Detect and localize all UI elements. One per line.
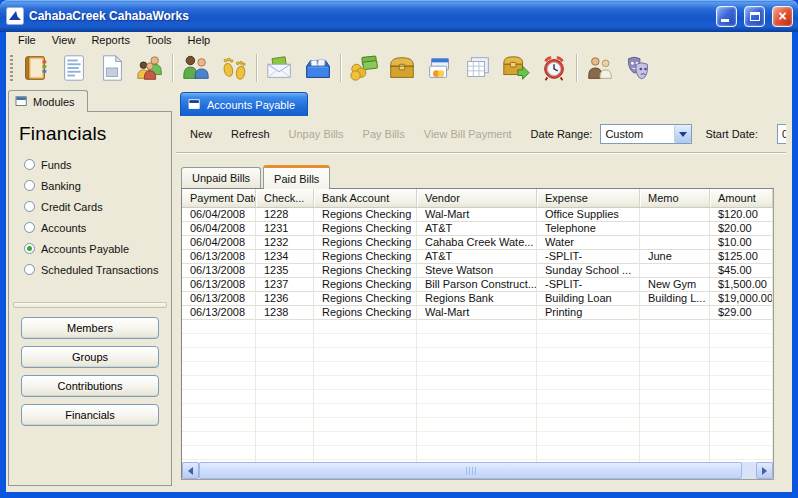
tab-accounts-payable[interactable]: Accounts Payable [180,92,308,116]
nav-button-members[interactable]: Members [21,317,159,339]
cell: $19,000.00 [710,292,773,306]
column-header-payment-date[interactable]: Payment Date [182,189,256,207]
account-chest-button[interactable] [383,50,421,86]
filler-cell [537,320,640,462]
cell: Office Supplies [537,208,640,222]
menu-help[interactable]: Help [180,33,219,47]
cell: 06/04/2008 [182,236,256,250]
table-row[interactable]: 06/04/20081228Regions CheckingWal-MartOf… [182,208,773,222]
cell: Sunday School ... [537,264,640,278]
filler-cell [182,320,256,462]
menu-tools[interactable]: Tools [138,33,180,47]
close-icon: × [773,7,792,26]
table-row[interactable]: 06/13/20081238Regions CheckingWal-MartPr… [182,306,773,320]
nav-button-groups[interactable]: Groups [21,346,159,368]
cell: Telephone [537,222,640,236]
contribution-envelope-button[interactable] [261,50,299,86]
cell [640,264,710,278]
table-header: Payment DateCheck...Bank AccountVendorEx… [182,189,773,208]
start-date-input[interactable]: 01/01/0 [777,124,786,144]
column-header-vendor[interactable]: Vendor [417,189,537,207]
cell: $125.00 [710,250,773,264]
module-option-funds[interactable]: Funds [24,154,171,175]
cell: Regions Checking [314,222,417,236]
family-icon [181,53,211,83]
module-option-credit-cards[interactable]: Credit Cards [24,196,171,217]
maximize-button[interactable] [744,6,765,27]
cell: Building L... [640,292,710,306]
contribution-box-button[interactable] [299,50,337,86]
cell: Building Loan [537,292,640,306]
column-header-bank-account[interactable]: Bank Account [314,189,417,207]
reminder-clock-button[interactable] [535,50,573,86]
cell: Steve Watson [417,264,537,278]
member-report-button[interactable] [55,50,93,86]
toolbar-grip[interactable] [10,55,13,81]
window-title: CahabaCreek CahabaWorks [29,9,709,23]
filler-cell [256,320,314,462]
cell: 1228 [256,208,314,222]
table-empty-area [182,320,773,462]
menu-reports[interactable]: Reports [83,33,138,47]
horizontal-scrollbar[interactable] [182,462,773,479]
column-header-check[interactable]: Check... [256,189,314,207]
table-row[interactable]: 06/13/20081234Regions CheckingAT&T-SPLIT… [182,250,773,264]
address-book-icon [21,53,51,83]
cell: AT&T [417,250,537,264]
cell: $20.00 [710,222,773,236]
sidebar-splitter[interactable] [13,302,167,308]
tab-modules[interactable]: Modules [8,90,88,112]
module-option-banking[interactable]: Banking [24,175,171,196]
scroll-right-button[interactable] [756,462,773,479]
cell: -SPLIT- [537,278,640,292]
family-button[interactable] [177,50,215,86]
new-member-button[interactable] [93,50,131,86]
app-window: CahabaCreek CahabaWorks × FileViewReport… [0,0,798,498]
module-option-scheduled-transactions[interactable]: Scheduled Transactions [24,259,171,280]
column-header-memo[interactable]: Memo [640,189,710,207]
table-row[interactable]: 06/04/20081231Regions CheckingAT&TTeleph… [182,222,773,236]
accounts-payable-chest-button[interactable] [497,50,535,86]
table-row[interactable]: 06/13/20081235Regions CheckingSteve Wats… [182,264,773,278]
cell: $1,500.00 [710,278,773,292]
table-row[interactable]: 06/04/20081232Regions CheckingCahaba Cre… [182,236,773,250]
cell [640,208,710,222]
column-header-amount[interactable]: Amount [710,189,773,207]
table-row[interactable]: 06/13/20081236Regions CheckingRegions Ba… [182,292,773,306]
minimize-button[interactable] [716,6,737,27]
module-option-accounts-payable[interactable]: Accounts Payable [24,238,171,259]
bills-tab-bar: Unpaid BillsPaid Bills [176,154,786,188]
section-title: Financials [9,112,171,154]
cell: 06/13/2008 [182,306,256,320]
tab-paid-bills[interactable]: Paid Bills [263,165,330,189]
people-pair-button[interactable] [581,50,619,86]
date-range-value: Custom [601,128,674,140]
ministry-masks-button[interactable] [619,50,657,86]
modules-panel: Financials FundsBankingCredit CardsAccou… [8,111,172,486]
action-new[interactable]: New [190,128,212,140]
menu-file[interactable]: File [10,33,44,47]
address-book-button[interactable] [17,50,55,86]
nav-button-contributions[interactable]: Contributions [21,375,159,397]
members-button[interactable] [131,50,169,86]
scrollbar-thumb[interactable] [199,462,742,479]
menu-view[interactable]: View [44,33,84,47]
cell: 06/04/2008 [182,208,256,222]
tab-unpaid-bills[interactable]: Unpaid Bills [181,167,261,188]
date-range-select[interactable]: Custom [600,124,692,144]
nav-button-financials[interactable]: Financials [21,404,159,426]
action-refresh[interactable]: Refresh [231,128,270,140]
account-grid-button[interactable] [459,50,497,86]
cell: Wal-Mart [417,208,537,222]
account-grid-icon [463,53,493,83]
scroll-left-button[interactable] [182,462,199,479]
combo-dropdown-button[interactable] [674,125,691,143]
column-header-expense[interactable]: Expense [537,189,640,207]
credit-card-button[interactable] [421,50,459,86]
table-row[interactable]: 06/13/20081237Regions CheckingBill Parso… [182,278,773,292]
funds-button[interactable] [345,50,383,86]
content-area: Modules Financials FundsBankingCredit Ca… [6,88,792,492]
close-button[interactable]: × [772,6,793,27]
module-option-accounts[interactable]: Accounts [24,217,171,238]
visitor-steps-button[interactable] [215,50,253,86]
